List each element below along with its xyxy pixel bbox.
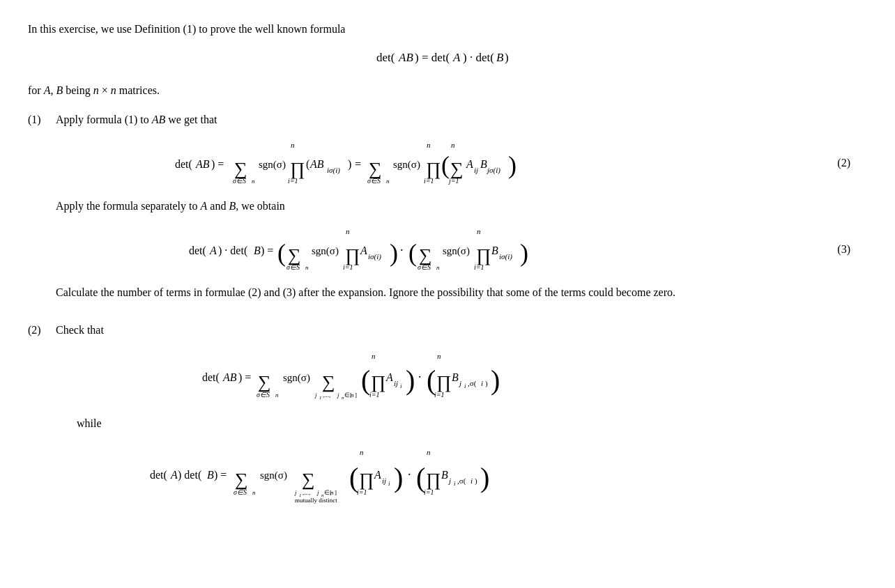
- svg-text:·: ·: [400, 243, 404, 257]
- svg-text:σ∈S: σ∈S: [367, 177, 381, 185]
- svg-text:n: n: [427, 141, 431, 149]
- svg-text:∑: ∑: [258, 372, 271, 392]
- svg-text:n: n: [275, 392, 279, 399]
- svg-text:) · det(: ) · det(: [463, 51, 494, 64]
- svg-text:): ): [480, 462, 489, 493]
- svg-text:i: i: [471, 477, 473, 485]
- svg-text:A: A: [209, 245, 217, 256]
- svg-text:n: n: [252, 489, 256, 496]
- svg-text:i=1: i=1: [343, 263, 353, 271]
- svg-text:sgn(σ): sgn(σ): [283, 372, 310, 384]
- svg-text:σ∈S: σ∈S: [286, 263, 300, 271]
- svg-text:1: 1: [319, 395, 322, 401]
- svg-text:∑: ∑: [288, 245, 301, 265]
- svg-text:σ∈S: σ∈S: [233, 177, 246, 185]
- svg-text:i: i: [464, 382, 466, 389]
- svg-text:]: ]: [355, 392, 357, 399]
- section-1: (1) Apply formula (1) to AB we get that …: [28, 111, 864, 308]
- svg-text:·: ·: [408, 467, 411, 481]
- svg-text:): ): [348, 158, 351, 171]
- svg-text:j: j: [337, 392, 339, 399]
- svg-text:AB: AB: [222, 371, 237, 383]
- svg-text:(: (: [408, 239, 417, 267]
- svg-text:∏: ∏: [436, 372, 451, 392]
- apply-formula-text: Apply the formula separately to A and B,…: [56, 198, 864, 215]
- svg-text:A: A: [466, 158, 473, 170]
- svg-text:(: (: [441, 151, 450, 179]
- svg-text:) = det(: ) = det(: [415, 51, 450, 64]
- svg-text:,σ(: ,σ(: [457, 477, 466, 486]
- svg-text:det(: det(: [202, 371, 220, 384]
- svg-text:σ∈S: σ∈S: [418, 263, 431, 271]
- svg-text:det(: det(: [175, 158, 192, 171]
- svg-text:n: n: [346, 227, 350, 235]
- eq3-label: (3): [837, 241, 864, 258]
- svg-text:(: (: [306, 158, 309, 171]
- svg-text:det(: det(: [189, 245, 206, 257]
- svg-text:∑: ∑: [322, 372, 335, 392]
- svg-text:) det(: ) det(: [178, 469, 201, 481]
- svg-text:(: (: [277, 239, 286, 267]
- svg-text:sgn(σ): sgn(σ): [393, 159, 420, 171]
- svg-text:i: i: [481, 379, 483, 387]
- svg-text:ij: ij: [382, 477, 386, 485]
- svg-text:i=1: i=1: [434, 391, 445, 399]
- svg-text:j=1: j=1: [448, 177, 459, 185]
- svg-text:i=1: i=1: [369, 391, 380, 399]
- svg-text:A: A: [385, 371, 393, 383]
- svg-text:sgn(σ): sgn(σ): [312, 245, 339, 257]
- svg-text:∏: ∏: [426, 470, 441, 490]
- svg-text:n: n: [451, 141, 455, 149]
- svg-text:,σ(: ,σ(: [468, 379, 477, 388]
- svg-text:∑: ∑: [302, 470, 315, 490]
- svg-text:B: B: [254, 245, 261, 256]
- svg-text:∏: ∏: [371, 372, 385, 392]
- svg-text:) =: ) =: [211, 158, 224, 171]
- intro-text: In this exercise, we use Definition (1) …: [28, 21, 864, 38]
- svg-text:∏: ∏: [426, 159, 441, 179]
- svg-text:i: i: [400, 382, 402, 389]
- svg-text:∏: ∏: [359, 470, 374, 490]
- svg-text:iσ(i): iσ(i): [368, 252, 381, 261]
- calc-text: Calculate the number of terms in formula…: [56, 284, 864, 301]
- svg-text:∏: ∏: [476, 245, 491, 265]
- svg-text:AB: AB: [309, 158, 324, 170]
- svg-text:n: n: [330, 489, 334, 496]
- section-2-header: Check that: [56, 322, 864, 339]
- svg-text:): ): [475, 477, 477, 486]
- svg-text:n: n: [477, 227, 481, 235]
- svg-text:n: n: [291, 141, 295, 149]
- svg-text:): ): [485, 379, 488, 388]
- section-1-number: (1): [28, 111, 56, 128]
- svg-text:mutually distinct: mutually distinct: [295, 497, 337, 504]
- svg-text:n: n: [351, 392, 354, 399]
- eq2-label: (2): [837, 155, 864, 171]
- svg-text:): ): [394, 462, 403, 493]
- main-formula: det( AB ) = det( A ) · det( B ): [28, 45, 864, 75]
- svg-text:,...,: ,...,: [303, 489, 310, 496]
- svg-text:sgn(σ): sgn(σ): [260, 470, 287, 481]
- svg-text:A: A: [452, 51, 461, 64]
- svg-text:): ): [508, 151, 517, 179]
- svg-text:i=1: i=1: [357, 488, 367, 496]
- svg-text:∏: ∏: [345, 245, 360, 265]
- while-text: while: [56, 415, 864, 432]
- svg-text:j: j: [314, 392, 317, 399]
- svg-text:): ): [520, 239, 528, 267]
- svg-text:B: B: [491, 245, 498, 256]
- svg-text:n: n: [427, 448, 431, 456]
- svg-text:n: n: [437, 352, 441, 360]
- svg-text:n: n: [252, 178, 255, 185]
- page-content: In this exercise, we use Definition (1) …: [28, 21, 864, 516]
- for-text: for A, B being n × n matrices.: [28, 82, 864, 99]
- svg-text:i=1: i=1: [424, 488, 434, 496]
- svg-text:B: B: [441, 469, 448, 481]
- svg-text:i=1: i=1: [424, 177, 434, 185]
- svg-text:j: j: [316, 489, 319, 496]
- section-2-number: (2): [28, 322, 56, 339]
- svg-text:∏: ∏: [290, 159, 305, 179]
- section-1-header: Apply formula (1) to AB we get that: [56, 111, 864, 128]
- svg-text:i=1: i=1: [288, 177, 298, 185]
- svg-text:∑: ∑: [235, 470, 248, 490]
- svg-text:sgn(σ): sgn(σ): [443, 245, 470, 257]
